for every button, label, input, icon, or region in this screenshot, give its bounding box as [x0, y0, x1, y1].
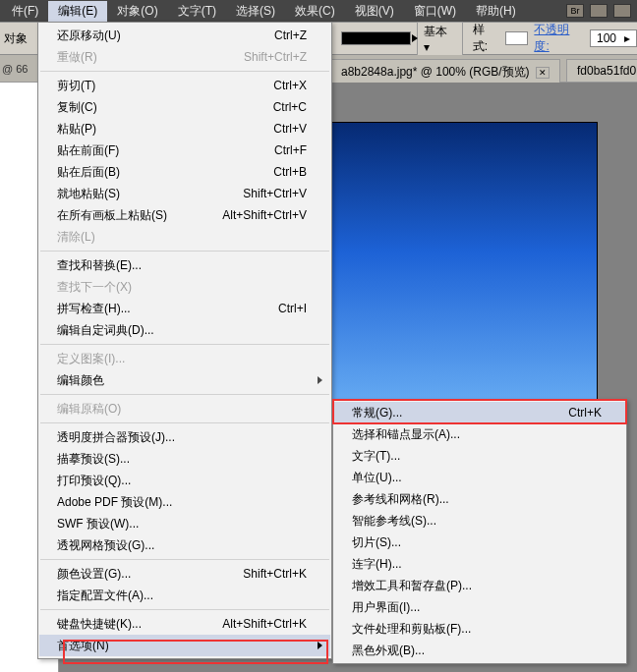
menu-item: 清除(L) — [39, 226, 330, 248]
menu-item[interactable]: Adobe PDF 预设(M)... — [39, 491, 330, 513]
menu-shortcut: Ctrl+C — [258, 100, 307, 114]
submenu-item[interactable]: 参考线和网格(R)... — [334, 488, 625, 510]
submenu-item[interactable]: 切片(S)... — [334, 532, 625, 553]
menu-shortcut: Ctrl+I — [262, 302, 307, 315]
menu-item[interactable]: 就地粘贴(S)Shift+Ctrl+V — [39, 183, 330, 204]
menu-item[interactable]: 剪切(T)Ctrl+X — [39, 75, 330, 96]
stroke-swatch[interactable] — [341, 31, 411, 45]
mode-dropdown[interactable]: 基本 ▾ — [417, 22, 463, 56]
submenu-item[interactable]: 智能参考线(S)... — [334, 510, 625, 532]
menu-item-label: 指定配置文件(A)... — [57, 588, 153, 604]
layout-button[interactable] — [590, 4, 608, 18]
left-panel-fragment: 对象 — [4, 30, 38, 47]
menu-item[interactable]: 键盘快捷键(K)...Alt+Shift+Ctrl+K — [39, 613, 330, 635]
submenu-item[interactable]: 选择和锚点显示(A)... — [334, 423, 625, 445]
menu-item-label: 单位(U)... — [352, 470, 402, 486]
submenu-item[interactable]: 单位(U)... — [334, 467, 625, 488]
menu-separator — [40, 394, 329, 395]
menu-item[interactable]: 贴在后面(B)Ctrl+B — [39, 161, 330, 183]
menu-item[interactable]: 指定配置文件(A)... — [39, 585, 330, 606]
document-tab-2[interactable]: fd0ba51fd0 — [566, 59, 637, 82]
menu-item-label: 贴在前面(F) — [57, 142, 119, 159]
menu-item-label: 切片(S)... — [352, 534, 401, 551]
highlight-preferences — [63, 640, 328, 664]
layout-button-2[interactable] — [613, 4, 631, 18]
document-tab[interactable]: a8b2848a.jpg* @ 100% (RGB/预览)✕ — [330, 59, 560, 84]
menu-edit[interactable]: 编辑(E) — [48, 1, 107, 22]
menu-item[interactable]: 贴在前面(F)Ctrl+F — [39, 140, 330, 161]
menu-item-label: 编辑颜色 — [57, 372, 104, 389]
menu-file[interactable]: 件(F) — [2, 1, 48, 22]
menu-separator — [40, 422, 329, 423]
menu-item[interactable]: 编辑自定词典(D)... — [39, 319, 330, 341]
menu-item-label: 重做(R) — [57, 49, 97, 66]
menu-item-label: 查找下一个(X) — [57, 279, 132, 296]
submenu-item[interactable]: 文字(T)... — [334, 445, 625, 467]
menu-item: 编辑原稿(O) — [39, 398, 330, 420]
menu-item[interactable]: SWF 预设(W)... — [39, 513, 330, 534]
menu-item-label: 编辑原稿(O) — [57, 401, 121, 418]
zoom-indicator: @ 66 — [0, 63, 35, 75]
menu-separator — [40, 251, 329, 252]
menu-item[interactable]: 编辑颜色 — [39, 369, 330, 391]
close-icon[interactable]: ✕ — [536, 67, 550, 79]
menubar: 件(F) 编辑(E) 对象(O) 文字(T) 选择(S) 效果(C) 视图(V)… — [0, 0, 637, 22]
submenu-item[interactable]: 增效工具和暂存盘(P)... — [334, 575, 625, 596]
style-swatch[interactable] — [505, 31, 529, 45]
opacity-label: 不透明度: — [534, 22, 584, 55]
menu-item-label: 用户界面(I)... — [352, 599, 420, 616]
menu-item-label: 拼写检查(H)... — [57, 301, 131, 317]
menu-item[interactable]: 粘贴(P)Ctrl+V — [39, 118, 330, 140]
style-label: 样式: — [469, 22, 499, 55]
menu-effect[interactable]: 效果(C) — [285, 1, 345, 22]
menu-shortcut: Alt+Shift+Ctrl+V — [206, 208, 307, 222]
menu-object[interactable]: 对象(O) — [107, 1, 167, 22]
menu-item[interactable]: 描摹预设(S)... — [39, 448, 330, 470]
menu-item[interactable]: 还原移动(U)Ctrl+Z — [39, 25, 330, 46]
menu-item-label: 清除(L) — [57, 229, 95, 246]
menu-separator — [40, 609, 329, 610]
menu-item[interactable]: 透明度拼合器预设(J)... — [39, 426, 330, 448]
menu-item-label: 在所有画板上粘贴(S) — [57, 207, 167, 224]
menu-text[interactable]: 文字(T) — [168, 1, 226, 22]
bridge-button[interactable]: Br — [566, 4, 584, 18]
menu-view[interactable]: 视图(V) — [345, 1, 404, 22]
submenu-item[interactable]: 连字(H)... — [334, 553, 625, 575]
menu-item[interactable]: 拼写检查(H)...Ctrl+I — [39, 298, 330, 319]
submenu-item[interactable]: 文件处理和剪贴板(F)... — [334, 618, 625, 640]
menu-help[interactable]: 帮助(H) — [466, 1, 526, 22]
menu-shortcut: Ctrl+X — [258, 79, 307, 92]
menu-shortcut: Alt+Shift+Ctrl+K — [206, 617, 307, 631]
menu-item[interactable]: 透视网格预设(G)... — [39, 534, 330, 556]
menu-item-label: Adobe PDF 预设(M)... — [57, 494, 172, 511]
menu-item-label: 查找和替换(E)... — [57, 257, 142, 274]
menu-select[interactable]: 选择(S) — [226, 1, 285, 22]
menu-item-label: 参考线和网格(R)... — [352, 491, 449, 508]
menu-item-label: 颜色设置(G)... — [57, 566, 131, 583]
menu-item[interactable]: 打印预设(Q)... — [39, 470, 330, 491]
menu-item-label: 描摹预设(S)... — [57, 451, 130, 468]
menu-item-label: 就地粘贴(S) — [57, 186, 120, 202]
menu-item-label: 定义图案(I)... — [57, 351, 125, 367]
menu-item[interactable]: 复制(C)Ctrl+C — [39, 96, 330, 118]
menu-item[interactable]: 在所有画板上粘贴(S)Alt+Shift+Ctrl+V — [39, 204, 330, 226]
menu-window[interactable]: 窗口(W) — [404, 1, 466, 22]
menu-shortcut: Shift+Ctrl+Z — [228, 50, 307, 64]
submenu-item[interactable]: 黑色外观(B)... — [334, 640, 625, 661]
menu-item[interactable]: 颜色设置(G)...Shift+Ctrl+K — [39, 563, 330, 585]
menu-separator — [40, 71, 329, 72]
submenu-item[interactable]: 用户界面(I)... — [334, 596, 625, 618]
menu-separator — [40, 559, 329, 560]
menu-item: 定义图案(I)... — [39, 348, 330, 369]
edit-menu-dropdown: 还原移动(U)Ctrl+Z重做(R)Shift+Ctrl+Z剪切(T)Ctrl+… — [37, 22, 332, 659]
menu-item: 查找下一个(X) — [39, 276, 330, 298]
menu-item[interactable]: 查找和替换(E)... — [39, 254, 330, 276]
menu-item-label: 打印预设(Q)... — [57, 473, 131, 489]
opacity-input[interactable]: 100▸ — [590, 29, 637, 47]
menu-item-label: 透明度拼合器预设(J)... — [57, 429, 175, 446]
menu-item-label: 增效工具和暂存盘(P)... — [352, 578, 472, 594]
menu-shortcut: Ctrl+V — [258, 122, 307, 136]
menu-item-label: 文件处理和剪贴板(F)... — [352, 621, 471, 638]
menu-shortcut: Ctrl+Z — [259, 28, 307, 42]
menu-item-label: 键盘快捷键(K)... — [57, 616, 142, 633]
